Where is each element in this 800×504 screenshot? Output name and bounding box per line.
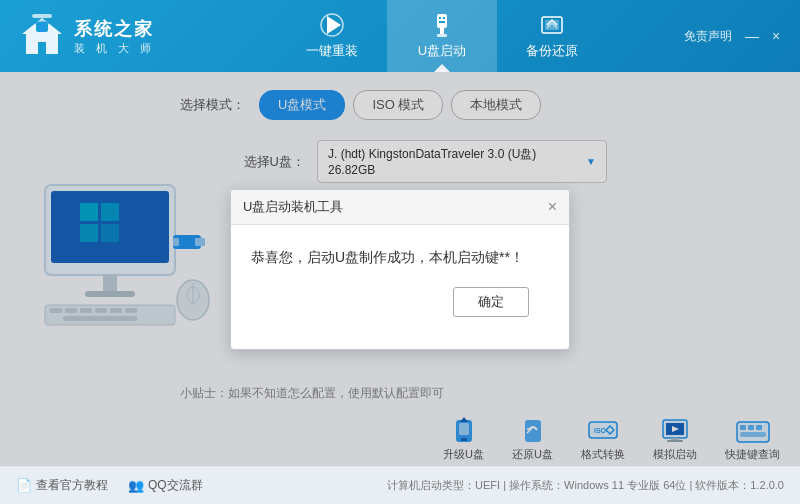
tab-usb[interactable]: U盘启动 [387,0,497,72]
tab-backup[interactable]: 备份还原 [497,0,607,72]
tab-backup-label: 备份还原 [526,42,578,60]
footer: 📄 查看官方教程 👥 QQ交流群 计算机启动类型：UEFI | 操作系统：Win… [0,466,800,504]
tab-usb-label: U盘启动 [418,42,466,60]
qq-group-link[interactable]: 👥 QQ交流群 [128,477,203,494]
tab-reinstall[interactable]: 一键重装 [277,0,387,72]
dialog-footer: 确定 [251,287,549,333]
dialog-body: 恭喜您，启动U盘制作成功，本机启动键**！ 确定 [231,225,569,349]
nav-tabs: 一键重装 U盘启动 备份还原 [200,0,684,72]
svg-marker-4 [327,16,341,34]
qq-label: QQ交流群 [148,477,203,494]
dialog-overlay: U盘启动装机工具 × 恭喜您，启动U盘制作成功，本机启动键**！ 确定 [0,72,800,466]
dialog-message: 恭喜您，启动U盘制作成功，本机启动键**！ [251,249,549,267]
dialog-title: U盘启动装机工具 [243,198,343,216]
logo-title: 系统之家 [74,17,155,41]
minimize-btn[interactable]: — [744,28,760,44]
header-right: 免责声明 — × [684,28,800,45]
dialog-close-btn[interactable]: × [548,198,557,216]
backup-icon [539,12,565,38]
svg-rect-11 [439,21,445,23]
svg-rect-8 [437,34,447,37]
tutorial-link[interactable]: 📄 查看官方教程 [16,477,108,494]
dialog-header: U盘启动装机工具 × [231,190,569,225]
svg-point-3 [40,28,44,32]
window-controls: — × [744,28,784,44]
person-icon: 👥 [128,478,144,493]
logo-text: 系统之家 装 机 大 师 [74,17,155,56]
usb-icon [429,12,455,38]
svg-rect-2 [32,14,52,18]
footer-info: 计算机启动类型：UEFI | 操作系统：Windows 11 专业版 64位 |… [387,478,784,493]
logo-area: 系统之家 装 机 大 师 [0,12,200,60]
header: 系统之家 装 机 大 师 一键重装 U盘启动 [0,0,800,72]
dialog: U盘启动装机工具 × 恭喜您，启动U盘制作成功，本机启动键**！ 确定 [230,189,570,350]
svg-rect-9 [439,17,441,19]
close-btn[interactable]: × [768,28,784,44]
tutorial-label: 查看官方教程 [36,477,108,494]
logo-subtitle: 装 机 大 师 [74,41,155,56]
dialog-ok-btn[interactable]: 确定 [453,287,529,317]
reinstall-icon [319,12,345,38]
tab-reinstall-label: 一键重装 [306,42,358,60]
doc-icon: 📄 [16,478,32,493]
svg-rect-10 [443,17,445,19]
disclaimer-btn[interactable]: 免责声明 [684,28,732,45]
logo-icon [18,12,66,60]
main-content: 选择模式： U盘模式 ISO 模式 本地模式 [0,72,800,466]
svg-rect-7 [440,28,444,34]
footer-left: 📄 查看官方教程 👥 QQ交流群 [16,477,203,494]
